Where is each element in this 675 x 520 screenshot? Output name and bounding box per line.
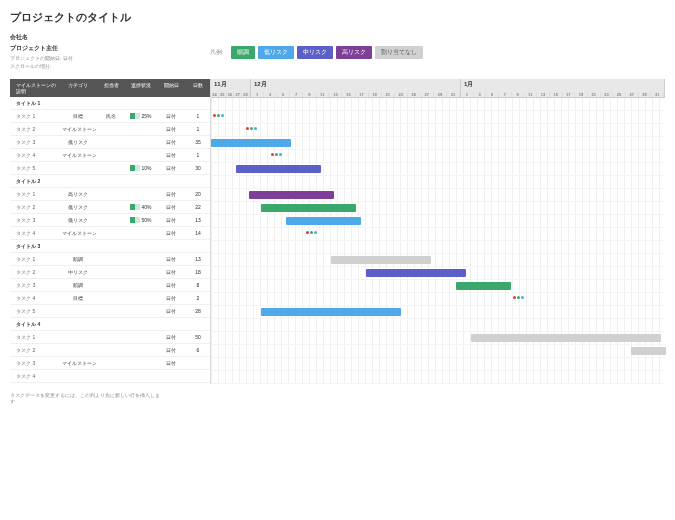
project-meta: 会社名 プロジェクト主任 プロジェクトの開始日: 日付 スクロールの増分: xyxy=(10,33,190,71)
col-start: 開始日 xyxy=(156,79,186,97)
table-row[interactable]: タスク 3マイルストーン日付 xyxy=(10,357,210,370)
legend-label: 凡例: xyxy=(210,48,224,57)
table-row[interactable]: タスク 2低リスク40%日付22 xyxy=(10,201,210,214)
gantt-row xyxy=(211,202,665,215)
table-row[interactable]: タイトル 3 xyxy=(10,240,210,253)
milestone-marker xyxy=(246,127,257,130)
table-row[interactable]: タスク 5日付28 xyxy=(10,305,210,318)
gantt-row xyxy=(211,189,665,202)
gantt-bar[interactable] xyxy=(631,347,666,355)
gantt-bar[interactable] xyxy=(236,165,321,173)
table-row[interactable]: タスク 1日付50 xyxy=(10,331,210,344)
table-row[interactable]: タスク 4目標日付2 xyxy=(10,292,210,305)
start-date: プロジェクトの開始日: 日付 xyxy=(10,55,190,61)
gantt-row xyxy=(211,267,665,280)
month-jan: 1月 135791113151719212325272931 xyxy=(461,79,665,97)
col-days: 日数 xyxy=(186,79,210,97)
table-row[interactable]: タスク 1高リスク日付20 xyxy=(10,188,210,201)
table-row[interactable]: タスク 4 xyxy=(10,370,210,383)
month-nov: 11月 2425262728 xyxy=(211,79,251,97)
gantt-row xyxy=(211,150,665,163)
gantt-row xyxy=(211,319,665,332)
gantt-bar[interactable] xyxy=(471,334,661,342)
month-dec: 12月 135791113151719212325272931 xyxy=(251,79,461,97)
milestone-marker xyxy=(213,114,224,117)
gantt-row xyxy=(211,176,665,189)
gantt-bar[interactable] xyxy=(331,256,431,264)
col-assignee: 担当者 xyxy=(96,79,126,97)
milestone-marker xyxy=(306,231,317,234)
gantt-row xyxy=(211,215,665,228)
gantt-row xyxy=(211,306,665,319)
table-row[interactable]: タイトル 2 xyxy=(10,175,210,188)
gantt-row xyxy=(211,293,665,306)
gantt-row xyxy=(211,280,665,293)
gantt-row xyxy=(211,254,665,267)
legend-unassigned: 割り当てなし xyxy=(375,46,423,59)
gantt-row xyxy=(211,163,665,176)
table-row[interactable]: タスク 3低リスク50%日付13 xyxy=(10,214,210,227)
gantt-row xyxy=(211,111,665,124)
legend-med-risk: 中リスク xyxy=(297,46,333,59)
gantt-bar[interactable] xyxy=(249,191,334,199)
timeline-header: 11月 2425262728 12月 135791113151719212325… xyxy=(211,79,665,98)
milestone-marker xyxy=(513,296,524,299)
col-category: カテゴリ xyxy=(60,79,96,97)
gantt-row xyxy=(211,137,665,150)
table-row[interactable]: タスク 3低リスク日付35 xyxy=(10,136,210,149)
table-row[interactable]: タスク 2中リスク日付18 xyxy=(10,266,210,279)
table-row[interactable]: タスク 4マイルストーン日付1 xyxy=(10,149,210,162)
gantt-row xyxy=(211,371,665,384)
table-row[interactable]: タイトル 1 xyxy=(10,97,210,110)
legend-low-risk: 低リスク xyxy=(258,46,294,59)
legend: 凡例: 順調 低リスク 中リスク 高リスク 割り当てなし xyxy=(210,33,423,71)
milestone-marker xyxy=(271,153,282,156)
gantt-bar[interactable] xyxy=(366,269,466,277)
gantt-row xyxy=(211,358,665,371)
gantt-row xyxy=(211,345,665,358)
gantt-bar[interactable] xyxy=(211,139,291,147)
gantt-row xyxy=(211,124,665,137)
gantt-row xyxy=(211,228,665,241)
gantt-row xyxy=(211,332,665,345)
gantt-bar[interactable] xyxy=(261,308,401,316)
page-title: プロジェクトのタイトル xyxy=(10,10,665,25)
col-milestone: マイルストーンの説明 xyxy=(10,79,60,97)
table-header: マイルストーンの説明 カテゴリ 担当者 進捗状況 開始日 日数 xyxy=(10,79,210,97)
table-row[interactable]: タスク 2日付6 xyxy=(10,344,210,357)
col-progress: 進捗状況 xyxy=(126,79,156,97)
table-row[interactable]: タスク 2マイルストーン日付1 xyxy=(10,123,210,136)
table-row[interactable]: タスク 510%日付30 xyxy=(10,162,210,175)
table-row[interactable]: タスク 1目標氏名25%日付1 xyxy=(10,110,210,123)
scroll-increment: スクロールの増分: xyxy=(10,63,190,69)
table-row[interactable]: タイトル 4 xyxy=(10,318,210,331)
task-table: マイルストーンの説明 カテゴリ 担当者 進捗状況 開始日 日数 タイトル 1タス… xyxy=(10,79,210,384)
project-lead: プロジェクト主任 xyxy=(10,44,190,53)
table-row[interactable]: タスク 4マイルストーン日付14 xyxy=(10,227,210,240)
company-name: 会社名 xyxy=(10,33,190,42)
legend-high-risk: 高リスク xyxy=(336,46,372,59)
footnote: タスクデータを変更するには、この列より先に新しい行を挿入します xyxy=(10,392,160,404)
gantt-bar[interactable] xyxy=(456,282,511,290)
legend-on-track: 順調 xyxy=(231,46,255,59)
gantt-chart: 11月 2425262728 12月 135791113151719212325… xyxy=(210,79,665,384)
table-row[interactable]: タスク 3順調日付8 xyxy=(10,279,210,292)
gantt-row xyxy=(211,98,665,111)
gantt-bar[interactable] xyxy=(286,217,361,225)
gantt-row xyxy=(211,241,665,254)
gantt-bar[interactable] xyxy=(261,204,356,212)
table-row[interactable]: タスク 1順調日付13 xyxy=(10,253,210,266)
